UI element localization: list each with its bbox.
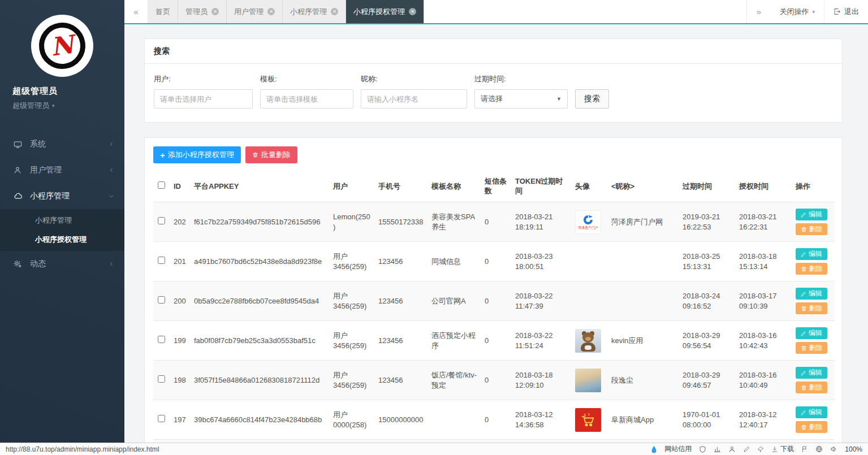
droplet-icon[interactable] <box>651 445 657 453</box>
nickname-input[interactable] <box>361 89 467 109</box>
tab-home[interactable]: 首页 <box>148 0 178 23</box>
logo-ring: N <box>36 20 89 72</box>
authorization-table: ID平台APPKEY用户手机号模板名称短信条数TOKEN过期时间头像<昵称>过期… <box>153 170 835 443</box>
search-form: 用户:模板:昵称:过期时间:请选择▼ 搜索 <box>145 64 842 122</box>
tabs-scroll-left-button[interactable]: « <box>124 0 148 23</box>
cell-id: 197 <box>170 400 191 440</box>
cell-avatar <box>572 361 608 400</box>
search-panel: 搜索 用户:模板:昵称:过期时间:请选择▼ 搜索 <box>144 38 843 123</box>
column-header: 平台APPKEY <box>191 170 330 202</box>
row-checkbox[interactable] <box>158 415 165 422</box>
cell-avatar <box>572 281 608 321</box>
teddy-bear-avatar <box>575 329 601 353</box>
row-checkbox[interactable] <box>158 257 165 264</box>
tab-miniapp-management[interactable]: 小程序管理✕ <box>283 0 346 23</box>
flag-icon[interactable] <box>801 445 808 453</box>
sidebar-item-label: 小程序管理 <box>30 191 109 201</box>
sidebar-item-miniapp-management[interactable]: 小程序管理 <box>0 183 124 209</box>
row-checkbox[interactable] <box>158 217 165 224</box>
person-icon[interactable] <box>728 445 736 453</box>
column-header: 授权时间 <box>736 170 792 202</box>
cell-appkey: f61c7b22a759349d75f851b72615d596 <box>191 202 330 242</box>
cell-avatar <box>572 321 608 361</box>
trash-icon <box>801 266 807 272</box>
logout-button[interactable]: 退出 <box>824 0 868 23</box>
tab-close-icon[interactable]: ✕ <box>267 8 275 15</box>
delete-button[interactable]: 删除 <box>796 382 827 393</box>
pen-icon[interactable] <box>743 446 750 453</box>
cell-nickname: 段逸尘 <box>608 361 679 400</box>
cell-token-expire: 2018-03-21 18:19:11 <box>512 202 572 242</box>
cell-user: 用户0000(258) <box>330 400 375 440</box>
svg-text:$: $ <box>588 413 590 416</box>
user-input[interactable] <box>154 89 253 109</box>
delete-button[interactable]: 删除 <box>796 223 827 235</box>
profile-role-dropdown[interactable]: 超级管理员 ▾ <box>12 101 112 111</box>
cell-token-expire: 2018-03-22 11:47:39 <box>512 281 572 321</box>
speaker-icon[interactable] <box>830 445 837 453</box>
cell-token-expire: 2018-03-23 18:00:51 <box>512 242 572 281</box>
user-icon <box>14 166 28 174</box>
sidebar-item-label: 系统 <box>30 139 109 149</box>
tab-close-icon[interactable]: ✕ <box>409 8 416 15</box>
edit-button[interactable]: 编辑 <box>796 288 827 300</box>
cell-id: 202 <box>170 202 191 242</box>
cell-appkey: a491bc7607bd6c52b438e8da8d923f8e <box>191 242 330 281</box>
sidebar-subitem-miniapp-manage[interactable]: 小程序管理 <box>0 211 124 230</box>
cell-user: 用户3456(259) <box>330 281 375 321</box>
select-all-checkbox[interactable] <box>158 181 165 189</box>
search-button[interactable]: 搜索 <box>575 89 609 109</box>
delete-button[interactable]: 删除 <box>796 421 827 433</box>
logo-circle: N <box>31 15 93 77</box>
cell-template: 饭店/餐馆/ktv-预定 <box>428 361 481 400</box>
chart-icon[interactable] <box>714 445 721 453</box>
field-label: 模板: <box>260 74 353 84</box>
delete-button[interactable]: 删除 <box>796 302 827 314</box>
cell-nickname: 菏泽房产门户网 <box>608 202 679 242</box>
sidebar-item-system[interactable]: 系统 <box>0 131 124 157</box>
table-row: 202f61c7b22a759349d75f851b72615d596Lemon… <box>153 202 835 242</box>
edit-button[interactable]: 编辑 <box>796 209 827 220</box>
edit-button[interactable]: 编辑 <box>796 248 827 260</box>
shield-icon[interactable] <box>699 445 706 453</box>
row-checkbox[interactable] <box>158 375 165 383</box>
cell-token-expire: 2018-03-12 14:36:58 <box>512 400 572 440</box>
sidebar-subitem-miniapp-auth[interactable]: 小程序授权管理 <box>0 230 124 249</box>
edit-button[interactable]: 编辑 <box>796 367 827 379</box>
tab-user-management[interactable]: 用户管理✕ <box>227 0 283 23</box>
pin-icon[interactable] <box>757 446 764 453</box>
tab-admin[interactable]: 管理员✕ <box>178 0 227 23</box>
batch-delete-button[interactable]: 批量删除 <box>245 146 297 163</box>
download-button[interactable]: 下载 <box>771 444 794 454</box>
add-authorization-button[interactable]: + 添加小程序授权管理 <box>153 146 241 163</box>
cell-auth-time: 2018-03-16 10:42:43 <box>736 321 792 361</box>
tabs-scroll-right-button[interactable]: » <box>746 0 770 23</box>
caret-down-icon: ▾ <box>52 103 55 109</box>
globe-icon[interactable] <box>815 445 823 453</box>
delete-button[interactable]: 删除 <box>796 342 827 354</box>
edit-icon <box>801 370 806 376</box>
site-credit-label[interactable]: 网站信用 <box>664 444 692 454</box>
add-button-label: 添加小程序授权管理 <box>168 150 234 160</box>
tab-miniapp-auth[interactable]: 小程序授权管理✕ <box>346 0 424 23</box>
edit-button[interactable]: 编辑 <box>796 406 827 418</box>
cell-phone: 123456 <box>375 281 428 321</box>
edit-button[interactable]: 编辑 <box>796 327 827 339</box>
tab-close-icon[interactable]: ✕ <box>211 8 219 15</box>
cell-token-expire: 2018-03-22 11:51:24 <box>512 321 572 361</box>
sidebar-item-user-management[interactable]: 用户管理 <box>0 157 124 183</box>
zoom-level[interactable]: 100% <box>845 445 862 453</box>
caret-down-icon: ▼ <box>556 96 562 102</box>
delete-button[interactable]: 删除 <box>796 263 827 275</box>
sidebar-item-dynamic[interactable]: 动态 <box>0 251 124 277</box>
expire-time-select[interactable]: 请选择▼ <box>474 89 568 109</box>
row-checkbox[interactable] <box>158 296 165 304</box>
caret-down-icon: ▾ <box>812 9 815 15</box>
close-operations-dropdown[interactable]: 关闭操作 ▾ <box>770 0 824 23</box>
row-checkbox[interactable] <box>158 336 165 343</box>
cell-expire: 2018-03-29 09:56:54 <box>679 321 736 361</box>
template-input[interactable] <box>260 89 353 109</box>
tab-close-icon[interactable]: ✕ <box>331 8 338 15</box>
cell-user: 用户3456(259) <box>330 242 375 281</box>
plus-icon: + <box>160 151 165 159</box>
